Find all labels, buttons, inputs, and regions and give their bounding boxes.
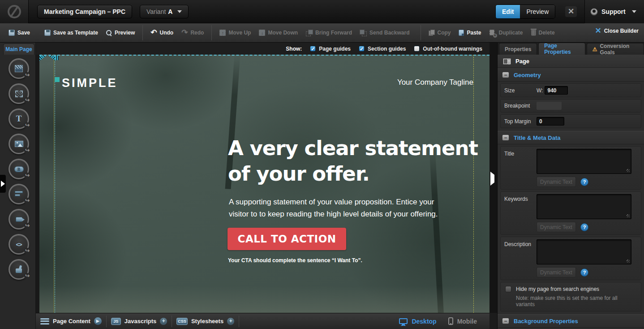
preview-tab[interactable]: Preview xyxy=(520,5,555,18)
supporting-text[interactable]: A supporting statement of your value pro… xyxy=(229,196,444,220)
sidebar-collapse-handle[interactable] xyxy=(0,175,6,193)
undo-button[interactable]: ↶ Undo xyxy=(146,26,177,39)
duplicate-button[interactable]: Duplicate xyxy=(485,26,527,39)
paste-button[interactable]: Paste xyxy=(455,26,485,39)
keywords-textarea[interactable] xyxy=(537,194,631,219)
paste-icon xyxy=(459,30,464,36)
section-tool[interactable]: ↪ xyxy=(9,58,29,79)
trash-icon xyxy=(531,30,536,36)
page-name-button[interactable]: Marketing Campaign – PPC xyxy=(37,5,132,18)
hide-checkbox[interactable] xyxy=(505,286,511,292)
section-handle-icon[interactable] xyxy=(39,56,47,61)
embed-code-tool[interactable]: <>↪ xyxy=(9,234,29,255)
page-header: Page xyxy=(498,55,644,68)
help-icon[interactable]: ? xyxy=(580,268,588,277)
background-title: Background Properties xyxy=(514,318,578,325)
copy-label: Copy xyxy=(437,30,451,36)
form-tool[interactable]: ↪ xyxy=(9,184,29,204)
css-badge-icon: CSS xyxy=(176,318,188,325)
cta-caption[interactable]: Your CTA should complete the sentence “I… xyxy=(228,257,362,264)
bottom-separator xyxy=(172,316,172,327)
company-logo-text[interactable]: SIMPLE xyxy=(62,76,118,90)
save-label: Save xyxy=(17,30,30,36)
variant-dropdown[interactable]: Variant A xyxy=(140,5,189,18)
copy-button[interactable]: Copy xyxy=(425,26,455,39)
support-menu[interactable]: Support xyxy=(584,0,644,23)
out-of-bound-checkbox[interactable]: Out-of-bound warnings xyxy=(414,46,482,52)
text-tool[interactable]: T↪ xyxy=(9,108,29,129)
chevron-down-icon xyxy=(632,10,636,13)
bring-forward-button[interactable]: Bring Forward xyxy=(302,26,356,39)
box-tool[interactable]: ↪ xyxy=(9,83,29,104)
video-tool[interactable]: ↪ xyxy=(9,209,29,229)
show-label: Show: xyxy=(286,46,302,52)
close-icon[interactable]: ✕ xyxy=(565,6,577,17)
javascripts-button[interactable]: JS Javascripts + xyxy=(111,318,167,325)
tab-page-properties[interactable]: Page Properties xyxy=(538,43,585,55)
social-widget-tool[interactable]: ↪ xyxy=(9,259,29,280)
page-content-icon xyxy=(40,318,49,325)
save-template-icon xyxy=(44,30,51,36)
delete-button[interactable]: Delete xyxy=(527,26,559,39)
description-textarea[interactable] xyxy=(537,239,631,264)
meta-section-header[interactable]: – Title & Meta Data xyxy=(498,131,644,144)
desktop-label: Desktop xyxy=(412,318,436,325)
move-up-label: Move Up xyxy=(228,30,251,36)
tab-conversion-goals[interactable]: ⚠ Conversion Goals xyxy=(587,43,644,55)
section-handle-icon[interactable] xyxy=(48,56,56,61)
help-icon[interactable]: ? xyxy=(580,223,588,231)
save-button[interactable]: Save xyxy=(4,26,34,39)
headline-text[interactable]: A very clear statement of your offer. xyxy=(228,135,479,186)
warning-icon: ⚠ xyxy=(592,46,597,52)
checkbox-checked-icon: ✓ xyxy=(359,46,365,52)
redo-button[interactable]: ↷ Redo xyxy=(177,26,208,39)
bring-forward-icon xyxy=(306,30,313,36)
close-builder-button[interactable]: ✕ Close Builder xyxy=(595,26,639,35)
tab-properties[interactable]: Properties xyxy=(499,43,537,55)
embed-code-icon: <> xyxy=(16,241,21,248)
company-tagline[interactable]: Your Company Tagline xyxy=(339,78,473,87)
move-up-button[interactable]: ↑ Move Up xyxy=(215,26,255,39)
page-guides-checkbox[interactable]: ✓ Page guides xyxy=(310,46,351,52)
landing-page[interactable]: SIMPLE Your Company Tagline A very clear… xyxy=(39,55,489,313)
cta-button[interactable]: CALL TO ACTION xyxy=(228,228,346,250)
button-tool[interactable]: B↪ xyxy=(9,159,29,179)
geometry-title: Geometry xyxy=(514,72,541,78)
desktop-toggle[interactable]: Desktop xyxy=(399,318,436,325)
top-margin-input[interactable] xyxy=(537,117,564,126)
dynamic-text-button[interactable]: Dynamic Text xyxy=(537,177,576,187)
width-input[interactable] xyxy=(545,86,568,95)
breakpoint-control[interactable] xyxy=(537,102,562,110)
main-page-tab[interactable]: Main Page xyxy=(3,43,34,55)
preview-label: Preview xyxy=(115,30,135,36)
geometry-section-header[interactable]: – Geometry xyxy=(498,68,644,82)
js-badge-icon: JS xyxy=(111,318,121,325)
image-tool[interactable]: ↪ xyxy=(9,134,29,154)
edit-tab[interactable]: Edit xyxy=(496,5,520,18)
support-label: Support xyxy=(601,8,626,15)
top-margin-label: Top Margin xyxy=(504,118,537,125)
move-down-button[interactable]: ↓ Move Down xyxy=(255,26,302,39)
page-content-button[interactable]: Page Content ▶ xyxy=(40,317,102,325)
save-as-template-button[interactable]: Save as Template xyxy=(40,26,102,39)
description-row: Description Dynamic Text ? xyxy=(500,237,641,280)
panel-collapse-handle[interactable] xyxy=(490,175,494,183)
send-backward-button[interactable]: Send Backward xyxy=(356,26,413,39)
help-icon[interactable]: ? xyxy=(580,178,588,186)
hide-from-search-row: Hide my page from search engines Note: m… xyxy=(500,282,641,312)
section-guides-checkbox[interactable]: ✓ Section guides xyxy=(359,46,406,52)
edit-preview-toggle: Edit Preview xyxy=(495,4,555,19)
title-textarea[interactable] xyxy=(537,149,631,174)
dynamic-text-button[interactable]: Dynamic Text xyxy=(537,222,576,232)
drag-arrow-icon: ↪ xyxy=(24,97,30,104)
stylesheets-button[interactable]: CSS Stylesheets + xyxy=(176,318,234,325)
toolbar-separator xyxy=(142,25,143,40)
mobile-toggle[interactable]: Mobile xyxy=(448,317,477,325)
page-guide-left-dashed xyxy=(55,55,55,313)
dynamic-text-button[interactable]: Dynamic Text xyxy=(537,267,576,277)
guide-grip-icon[interactable] xyxy=(55,56,59,60)
drag-arrow-icon: ↪ xyxy=(24,198,30,204)
preview-button[interactable]: Preview xyxy=(102,26,139,39)
app-logo[interactable] xyxy=(0,0,29,23)
background-section-header[interactable]: – Background Properties xyxy=(498,314,644,328)
